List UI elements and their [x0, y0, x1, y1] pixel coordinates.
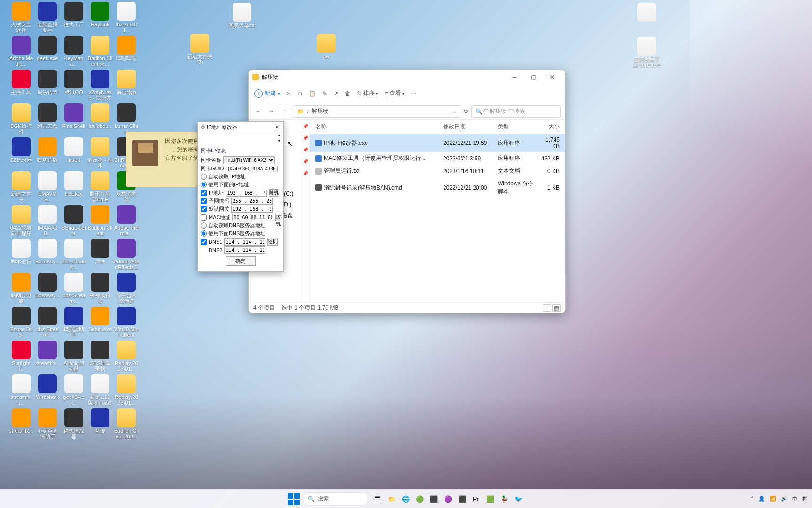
file-row[interactable]: 管理员运行.txt2023/1/16 18:11文本文档0 KB: [310, 165, 565, 177]
refresh-button[interactable]: ⟳: [464, 108, 468, 115]
desktop-icon[interactable]: 腾讯灯塔器Bg.E: [87, 171, 113, 202]
pin-icon[interactable]: 📌: [303, 135, 308, 141]
spin-down-button[interactable]: ▼: [276, 139, 282, 144]
breadcrumb[interactable]: 📁 › 解压物 ⌄: [293, 105, 461, 118]
taskbar-app[interactable]: ⬛: [456, 493, 468, 505]
desktop-icon[interactable]: KeyMana...: [61, 36, 86, 67]
taskbar-app[interactable]: Pr: [470, 493, 482, 505]
desktop-icon[interactable]: streamfx.u...: [8, 374, 34, 405]
forward-button[interactable]: →: [266, 108, 277, 115]
auto-ip-radio[interactable]: [201, 174, 207, 180]
dialog-titlebar[interactable]: ⚙ IP地址修改器 ✕: [198, 122, 283, 132]
desktop-icon[interactable]: obs-shadow...: [61, 239, 86, 270]
desktop-icon[interactable]: Replay 2023-01...: [114, 374, 139, 405]
up-button[interactable]: ↑: [280, 108, 290, 115]
view-list-button[interactable]: ≣: [543, 304, 551, 312]
tray-chevron[interactable]: ˄: [751, 496, 754, 502]
random-dns-button[interactable]: 随机: [267, 238, 278, 246]
maximize-button[interactable]: ▢: [524, 71, 543, 84]
desktop-icon[interactable]: IMAI4X00...: [35, 205, 60, 236]
desktop-icon[interactable]: Adobe Media...: [8, 36, 34, 67]
pin-icon[interactable]: 📌: [303, 159, 308, 164]
desktop-icon[interactable]: BGK版控件: [8, 103, 34, 135]
taskbar-app[interactable]: ⬛: [428, 493, 440, 505]
desktop-icon[interactable]: Replay 2023-01...: [114, 341, 139, 372]
view-button[interactable]: ≡ 查看 ▾: [385, 89, 405, 97]
close-button[interactable]: ✕: [273, 122, 281, 132]
desktop-icon[interactable]: OBS屏幕录制: [87, 341, 113, 372]
desktop-icon[interactable]: 主播工具: [8, 70, 34, 95]
adapter-select[interactable]: Intel(R) WiFi 6 AX201 160MHz: [223, 156, 275, 164]
path-segment[interactable]: 解压物: [312, 107, 328, 115]
col-name[interactable]: 名称: [313, 122, 441, 132]
desktop-icon[interactable]: 电脑直播助手: [35, 2, 60, 33]
close-button[interactable]: ✕: [543, 71, 562, 84]
desktop-icon[interactable]: 火绒安全软件: [8, 2, 34, 33]
desktop-icon[interactable]: gw: [311, 34, 341, 59]
desktop-icon[interactable]: Badlion Client 202...: [114, 408, 139, 439]
desktop-icon[interactable]: 格式工厂: [61, 2, 86, 27]
desktop-icon[interactable]: 网易天幕.txt: [227, 3, 257, 28]
desktop-icon[interactable]: lhz-xm181...: [114, 2, 139, 33]
taskbar-app[interactable]: 🦆: [498, 493, 510, 505]
desktop-icon[interactable]: [632, 3, 662, 23]
desktop-icon[interactable]: 互传: [87, 408, 113, 434]
desktop-icon[interactable]: 原神: [87, 239, 113, 264]
desktop-icon[interactable]: ZZ记录器: [8, 137, 34, 163]
desktop-icon[interactable]: Lunar Client: [114, 103, 139, 135]
tray-volume-icon[interactable]: 🔊: [781, 496, 788, 502]
tray-ime2[interactable]: 拼: [802, 495, 807, 502]
desktop-icon[interactable]: Goose Duck: [8, 307, 34, 338]
random-mac-button[interactable]: 随机: [275, 214, 281, 221]
back-button[interactable]: ←: [253, 108, 264, 115]
start-button[interactable]: [288, 493, 300, 505]
desktop-icon[interactable]: Wireshark: [35, 374, 60, 400]
desktop-icon[interactable]: AliaNg启动器: [61, 341, 86, 372]
search-input[interactable]: 🔍 在 解压物 中搜索: [471, 105, 561, 118]
desktop-icon[interactable]: 模拟器助手: [61, 307, 86, 338]
delete-button[interactable]: 🗑: [345, 90, 351, 97]
random-ip-button[interactable]: 随机: [269, 189, 279, 197]
desktop-icon[interactable]: Adobe Premie...: [114, 205, 139, 236]
desktop-icon[interactable]: 联网云电脑: [8, 273, 34, 304]
ok-button[interactable]: 确定: [226, 256, 256, 266]
dns1-checkbox[interactable]: [201, 239, 207, 245]
desktop-icon[interactable]: Badlion Client 未...: [87, 36, 113, 67]
taskbar-app[interactable]: 🗔: [371, 493, 383, 505]
desktop-icon[interactable]: 小葫芦直播助手: [35, 408, 60, 439]
paste-button[interactable]: 📋: [309, 90, 316, 97]
col-type[interactable]: 类型: [496, 122, 535, 132]
mac-field[interactable]: [232, 214, 273, 221]
desktop-icon[interactable]: 喷切片版: [35, 137, 60, 163]
mac-checkbox[interactable]: [201, 214, 207, 221]
desktop-icon[interactable]: SSnap-beta: [61, 205, 86, 236]
desktop-icon[interactable]: Setup.exe: [87, 307, 113, 332]
desktop-icon[interactable]: streamfx...: [35, 341, 60, 366]
copy-button[interactable]: ⧉: [298, 90, 302, 97]
desktop-icon[interactable]: liquidbou...: [87, 103, 113, 129]
desktop-icon[interactable]: 解压物 - 副本: [87, 137, 113, 168]
desktop-icon[interactable]: 玛法传奇: [35, 70, 60, 95]
file-row[interactable]: 消除封号记录(解压物BAN).cmd2022/12/21 20:00Window…: [310, 177, 565, 198]
pin-icon[interactable]: 📌: [303, 147, 308, 152]
desktop-icon[interactable]: 超清发呆平台 vape.exe: [632, 37, 662, 68]
manual-dns-radio[interactable]: [201, 230, 207, 237]
more-button[interactable]: ⋯: [411, 90, 417, 97]
rename-button[interactable]: ✎: [322, 90, 327, 97]
taskbar-search[interactable]: 🔍 搜索: [303, 492, 368, 506]
file-row[interactable]: IP地址修改器.exe2022/12/21 19:59应用程序1,745 KB: [310, 134, 565, 152]
tray-network-icon[interactable]: 📶: [770, 496, 776, 502]
share-button[interactable]: ↗: [334, 90, 338, 97]
desktop-icon[interactable]: EMAVMG...: [35, 171, 60, 202]
desktop-icon[interactable]: Win10 Mini cllient: [114, 307, 139, 338]
file-row[interactable]: MAC修改工具（请使用管理员权限运行...2022/6/21 3:59应用程序4…: [310, 152, 565, 165]
auto-dns-radio[interactable]: [201, 222, 207, 229]
sort-button[interactable]: ⇅ 排序 ▾: [357, 89, 378, 97]
taskbar-app[interactable]: 🐦: [512, 493, 524, 505]
dns2-field[interactable]: [224, 246, 265, 254]
desktop-icon[interactable]: geek64.ex...: [61, 374, 86, 405]
desktop-icon[interactable]: 阿吉云盘: [35, 103, 60, 129]
view-grid-button[interactable]: ▦: [552, 304, 561, 312]
desktop-icon[interactable]: v2rayN.exe - 快捷方式: [87, 70, 113, 102]
desktop-icon[interactable]: Insert: [61, 137, 86, 163]
